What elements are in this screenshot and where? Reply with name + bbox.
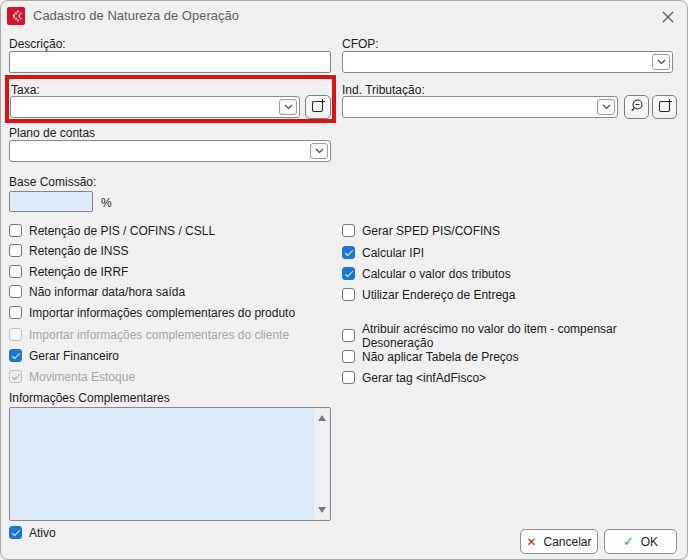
dialog-window: Cadastro de Natureza de Operação Descriç… [0, 0, 688, 560]
plano-de-contas-label: Plano de contas [9, 126, 95, 140]
checkbox-box [9, 265, 22, 278]
percent-label: % [101, 196, 112, 210]
checkbox-label: Não informar data/hora saída [29, 285, 185, 299]
checkbox-utilizar-endereco-entrega[interactable]: Utilizar Endereço de Entrega [342, 287, 515, 302]
checkbox-ativo[interactable]: Ativo [9, 525, 56, 540]
checkbox-label: Ativo [29, 526, 56, 540]
titlebar: Cadastro de Natureza de Operação [1, 1, 687, 31]
chevron-down-icon[interactable] [310, 143, 328, 159]
checkbox-label: Retenção de IRRF [29, 265, 128, 279]
checkbox-atribuir-acrescimo-desoneracao[interactable]: Atribuir acréscimo no valor do item - co… [342, 328, 687, 343]
close-icon[interactable] [657, 6, 679, 28]
chevron-down-icon[interactable] [597, 99, 615, 115]
app-logo-icon [7, 7, 25, 25]
cfop-label: CFOP: [342, 37, 379, 51]
ok-button-label: OK [641, 535, 658, 549]
cfop-combobox[interactable] [342, 51, 673, 73]
informacoes-complementares-label: Informações Complementares [9, 391, 170, 405]
checkbox-box [342, 371, 355, 384]
scroll-down-icon[interactable] [318, 507, 326, 513]
chevron-down-icon[interactable] [279, 99, 297, 115]
checkbox-box [9, 306, 22, 319]
search-icon [629, 98, 645, 117]
checkbox-box [9, 285, 22, 298]
checkbox-label: Importar informações complementares do p… [29, 306, 295, 320]
new-document-icon [657, 98, 673, 117]
taxa-combobox[interactable] [10, 96, 300, 118]
cancelar-button-label: Cancelar [544, 535, 592, 549]
descricao-label: Descrição: [9, 37, 66, 51]
checkbox-nao-informar-data-hora-saida[interactable]: Não informar data/hora saída [9, 284, 185, 299]
checkbox-nao-aplicar-tabela-precos[interactable]: Não aplicar Tabela de Preços [342, 349, 519, 364]
window-title: Cadastro de Natureza de Operação [33, 8, 239, 23]
checkbox-retencao-inss[interactable]: Retenção de INSS [9, 243, 128, 258]
checkbox-movimenta-estoque[interactable]: Movimenta Estoque [9, 369, 135, 384]
checkbox-label: Retenção de INSS [29, 244, 128, 258]
checkbox-gerar-tag-infadfisco[interactable]: Gerar tag <infAdFisco> [342, 370, 486, 385]
checkbox-calcular-ipi[interactable]: Calcular IPI [342, 245, 424, 260]
checkbox-label: Importar informações complementares do c… [29, 328, 289, 342]
checkbox-box [9, 349, 22, 362]
checkbox-label: Retenção de PIS / COFINS / CSLL [29, 224, 215, 238]
checkbox-importar-info-produto[interactable]: Importar informações complementares do p… [9, 305, 295, 320]
scroll-up-icon[interactable] [318, 415, 326, 421]
checkbox-box [342, 329, 355, 342]
checkbox-label: Calcular o valor dos tributos [362, 267, 511, 281]
taxa-label: Taxa: [11, 83, 40, 97]
plano-de-contas-combobox[interactable] [9, 140, 331, 162]
checkbox-label: Movimenta Estoque [29, 370, 135, 384]
checkbox-box [342, 288, 355, 301]
ind-tributacao-new-button[interactable] [652, 95, 677, 119]
checkbox-box [9, 224, 22, 237]
ok-button[interactable]: ✓ OK [604, 529, 677, 554]
new-document-icon [310, 98, 326, 117]
checkbox-box [342, 224, 355, 237]
checkbox-gerar-financeiro[interactable]: Gerar Financeiro [9, 348, 119, 363]
checkbox-box [9, 526, 22, 539]
checkbox-box [9, 370, 22, 383]
base-comissao-input[interactable] [9, 191, 93, 212]
checkbox-retencao-irrf[interactable]: Retenção de IRRF [9, 264, 128, 279]
taxa-new-button[interactable] [305, 95, 331, 119]
checkbox-retencao-pis-cofins-csll[interactable]: Retenção de PIS / COFINS / CSLL [9, 223, 215, 238]
chevron-down-icon[interactable] [652, 54, 670, 70]
checkbox-gerar-sped-pis-cofins[interactable]: Gerar SPED PIS/COFINS [342, 223, 500, 238]
checkbox-label: Não aplicar Tabela de Preços [362, 350, 519, 364]
cancelar-button[interactable]: ✕ Cancelar [520, 529, 598, 554]
checkbox-label: Utilizar Endereço de Entrega [362, 288, 515, 302]
checkbox-label: Gerar Financeiro [29, 349, 119, 363]
checkbox-box [9, 244, 22, 257]
checkbox-box [9, 328, 22, 341]
base-comissao-label: Base Comissão: [9, 175, 96, 189]
checkbox-box [342, 350, 355, 363]
checkbox-label: Atribuir acréscimo no valor do item - co… [362, 322, 687, 350]
informacoes-complementares-textarea[interactable] [9, 407, 331, 521]
checkbox-label: Gerar tag <infAdFisco> [362, 371, 486, 385]
cancel-x-icon: ✕ [526, 535, 536, 549]
checkbox-box [342, 267, 355, 280]
ok-check-icon: ✓ [623, 534, 634, 549]
ind-tributacao-label: Ind. Tributação: [342, 83, 425, 97]
checkbox-importar-info-cliente[interactable]: Importar informações complementares do c… [9, 327, 289, 342]
checkbox-box [342, 246, 355, 259]
checkbox-label: Calcular IPI [362, 246, 424, 260]
ind-tributacao-combobox[interactable] [342, 96, 618, 118]
descricao-input[interactable] [9, 51, 331, 73]
checkbox-label: Gerar SPED PIS/COFINS [362, 224, 500, 238]
checkbox-calcular-valor-tributos[interactable]: Calcular o valor dos tributos [342, 266, 511, 281]
ind-tributacao-search-button[interactable] [624, 95, 649, 119]
textarea-scrollbar[interactable] [313, 409, 329, 519]
